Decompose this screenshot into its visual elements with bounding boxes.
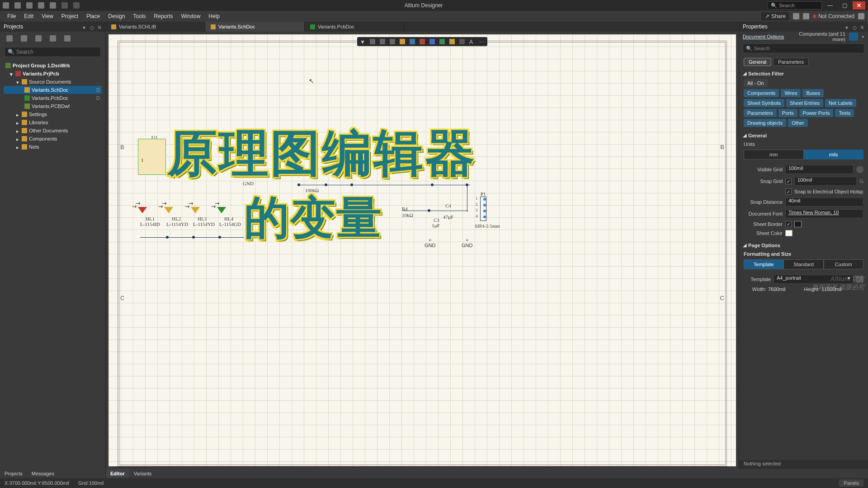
minimize-button[interactable]: —: [824, 1, 836, 9]
tree-workspace[interactable]: Project Group 1.DsnWrk: [4, 61, 102, 70]
fmt-custom[interactable]: Custom: [824, 259, 863, 269]
tree-settings[interactable]: ▸Settings: [4, 110, 102, 118]
rect-icon[interactable]: [380, 39, 385, 44]
chip-net-labels[interactable]: Net Labels: [825, 99, 856, 107]
unit-mils[interactable]: mils: [804, 150, 864, 160]
chip-ports[interactable]: Ports: [778, 109, 797, 117]
new-project-icon[interactable]: [6, 35, 13, 42]
bus-icon[interactable]: [429, 39, 435, 44]
chip-drawing-objects[interactable]: Drawing objects: [744, 119, 786, 127]
snap-grid-input[interactable]: 100mil: [794, 177, 857, 186]
settings-icon[interactable]: [803, 13, 809, 19]
chip-components[interactable]: Components: [744, 89, 779, 97]
menu-design[interactable]: Design: [104, 12, 128, 20]
menu-file[interactable]: File: [4, 12, 19, 20]
note-icon[interactable]: [449, 39, 455, 44]
tree-file-schdoc[interactable]: Variants.SchDocD: [4, 86, 102, 94]
schematic-canvas[interactable]: ▼ A ⋯ B B C C U1 1: [108, 33, 737, 467]
chip-sheet-symbols[interactable]: Sheet Symbols: [744, 99, 784, 107]
menu-view[interactable]: View: [38, 12, 57, 20]
sheet-border-checkbox[interactable]: ✓: [785, 221, 792, 227]
sheet-border-color[interactable]: [794, 221, 802, 227]
text-tool-icon[interactable]: A: [469, 39, 475, 44]
chip-buses[interactable]: Buses: [802, 89, 824, 97]
port-icon[interactable]: [439, 39, 445, 44]
align-icon[interactable]: [370, 39, 375, 44]
panel-menu-icon[interactable]: ▾: [83, 24, 87, 29]
section-page-options[interactable]: ◢ Page Options: [739, 240, 868, 250]
close-button[interactable]: ✕: [853, 1, 865, 9]
section-general[interactable]: ◢ General: [739, 131, 868, 140]
tree-project[interactable]: ▾Variants.PrjPcb: [4, 70, 102, 78]
wire-icon[interactable]: [410, 39, 415, 44]
maximize-button[interactable]: ▢: [838, 1, 851, 9]
chip-other[interactable]: Other: [788, 119, 808, 127]
menu-place[interactable]: Place: [83, 12, 104, 20]
menu-reports[interactable]: Reports: [151, 12, 177, 20]
panel-close-icon[interactable]: ✕: [860, 24, 864, 29]
tree-nets[interactable]: ▸Nets: [4, 143, 102, 151]
doc-tab-schdoc[interactable]: Variants.SchDoc: [205, 22, 305, 32]
menu-tools[interactable]: Tools: [130, 12, 150, 20]
dots-icon[interactable]: ⋯: [479, 39, 485, 44]
folder-action-icon[interactable]: [50, 35, 56, 42]
sheet-color-swatch[interactable]: [785, 230, 793, 236]
panels-button[interactable]: Panels: [839, 479, 863, 487]
chip-power-ports[interactable]: Power Ports: [799, 109, 834, 117]
global-search[interactable]: 🔍Search: [768, 1, 822, 9]
save-icon[interactable]: [14, 2, 21, 9]
bottom-tab-projects[interactable]: Projects: [0, 469, 27, 478]
highlight-icon[interactable]: [400, 39, 405, 44]
filter-icon[interactable]: ▼: [360, 39, 365, 44]
chip-parameters[interactable]: Parameters: [744, 109, 777, 117]
menu-help[interactable]: Help: [205, 12, 223, 20]
tree-source-documents[interactable]: ▾Source Documents: [4, 78, 102, 86]
panel-pin-icon[interactable]: ◇: [90, 24, 94, 29]
chip-sheet-entries[interactable]: Sheet Entries: [786, 99, 823, 107]
projects-search[interactable]: 🔍 Search: [5, 47, 101, 57]
bottom-tab-variants[interactable]: Variants: [129, 469, 156, 478]
cross-icon[interactable]: [390, 39, 395, 44]
undo-icon[interactable]: [61, 2, 68, 9]
doc-options-link[interactable]: Document Options: [743, 34, 784, 39]
doc-tab-schlib[interactable]: Variants.SCHLIB: [106, 22, 205, 32]
save-all-icon[interactable]: [26, 2, 33, 9]
fmt-template[interactable]: Template: [744, 259, 783, 269]
u1-component[interactable]: [138, 139, 166, 175]
visibility-toggle-icon[interactable]: [856, 166, 863, 173]
bottom-tab-messages[interactable]: Messages: [27, 469, 59, 478]
bottom-tab-editor[interactable]: Editor: [106, 469, 129, 478]
open-folder-icon[interactable]: [38, 2, 44, 9]
menu-window[interactable]: Window: [178, 12, 204, 20]
tree-libraries[interactable]: ▸Libraries: [4, 118, 102, 127]
properties-tab-parameters[interactable]: Parameters: [773, 58, 809, 66]
compile-icon[interactable]: [21, 35, 27, 42]
net-icon[interactable]: [420, 39, 425, 44]
refresh-icon[interactable]: [64, 35, 71, 42]
account-icon[interactable]: [858, 13, 864, 19]
visible-grid-input[interactable]: 100mil: [785, 165, 854, 174]
snap-distance-input[interactable]: 40mil: [785, 197, 863, 206]
properties-search[interactable]: 🔍 Search: [743, 43, 864, 53]
filter-toggle-icon[interactable]: [849, 33, 858, 41]
chip-texts[interactable]: Texts: [835, 109, 854, 117]
share-button[interactable]: ↗ Share: [761, 12, 789, 20]
add-folder-icon[interactable]: [35, 35, 42, 42]
panel-pin-icon[interactable]: ◇: [853, 24, 857, 29]
properties-tab-general[interactable]: General: [744, 58, 771, 66]
chip-wires[interactable]: Wires: [781, 89, 801, 97]
home-icon[interactable]: [793, 13, 799, 19]
connection-status[interactable]: Not Connected: [813, 13, 854, 19]
tree-other-documents[interactable]: ▸Other Documents: [4, 127, 102, 135]
doc-tab-pcbdoc[interactable]: Variants.PcbDoc: [305, 22, 404, 32]
tree-components[interactable]: ▸Components: [4, 135, 102, 143]
snap-electrical-checkbox[interactable]: ✓: [785, 188, 792, 195]
document-font-value[interactable]: Times New Roman, 10: [785, 209, 863, 218]
panel-menu-icon[interactable]: ▾: [845, 24, 850, 29]
tree-file-pcbdoc[interactable]: Variants.PcbDocD: [4, 94, 102, 102]
menu-project[interactable]: Project: [58, 12, 82, 20]
unit-mm[interactable]: mm: [744, 150, 804, 160]
section-selection-filter[interactable]: ◢ Selection Filter: [739, 69, 868, 78]
menu-edit[interactable]: Edit: [20, 12, 37, 20]
panel-close-icon[interactable]: ✕: [97, 24, 102, 29]
